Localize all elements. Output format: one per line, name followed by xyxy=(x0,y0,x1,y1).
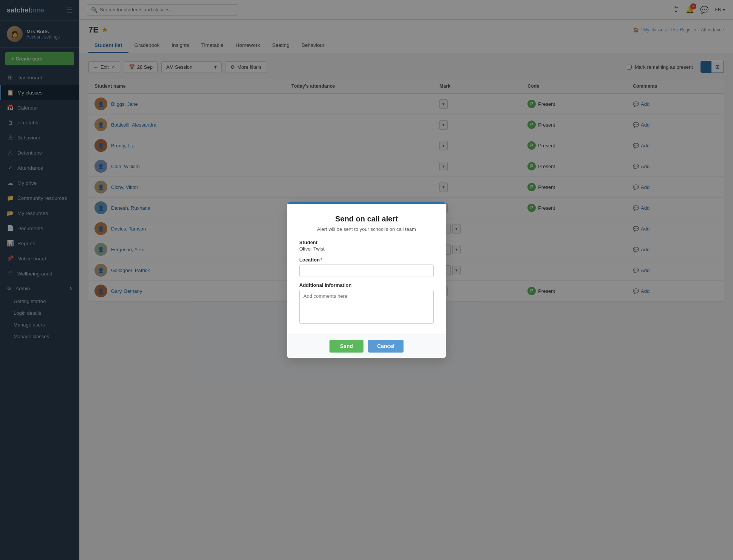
modal-body: Send on call alert Alert will be sent to… xyxy=(287,204,446,334)
modal-location-label: Location * xyxy=(299,257,434,263)
modal-title: Send on call alert xyxy=(299,215,434,223)
modal-student-label: Student xyxy=(299,240,434,245)
send-on-call-modal: Send on call alert Alert will be sent to… xyxy=(287,202,446,358)
cancel-button[interactable]: Cancel xyxy=(368,340,404,353)
modal-student-value: Oliver Twist xyxy=(299,246,434,252)
location-required-indicator: * xyxy=(320,257,322,263)
modal-overlay[interactable]: Send on call alert Alert will be sent to… xyxy=(0,0,733,560)
comments-textarea[interactable] xyxy=(299,290,434,324)
location-input[interactable] xyxy=(299,265,434,277)
modal-additional-label: Additional information xyxy=(299,282,434,288)
modal-footer: Send Cancel xyxy=(287,334,446,358)
send-button[interactable]: Send xyxy=(329,340,363,353)
modal-subtitle: Alert will be sent to your school's on c… xyxy=(299,226,434,232)
